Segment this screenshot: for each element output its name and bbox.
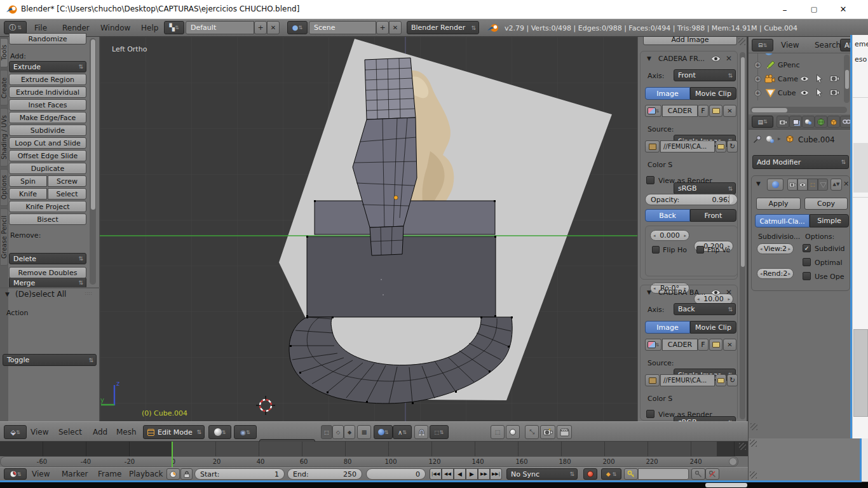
- flip-horizontal-checkbox[interactable]: [652, 246, 660, 254]
- maximize-button[interactable]: ▢: [799, 0, 829, 18]
- sync-mode-select[interactable]: No Sync: [506, 468, 578, 480]
- duplicate-button[interactable]: Duplicate: [9, 163, 86, 174]
- randomize-button[interactable]: Randomize: [9, 33, 86, 44]
- keying-set-select[interactable]: ◆⇅: [601, 468, 621, 480]
- minimize-button[interactable]: –: [770, 0, 799, 18]
- render-engine-select[interactable]: Blender Render: [407, 21, 479, 34]
- outliner-row-cube[interactable]: + Cube: [749, 86, 853, 100]
- tab-shading-uvs[interactable]: Shading / UVs: [0, 108, 8, 166]
- record-button[interactable]: [583, 468, 597, 480]
- spin-button[interactable]: Spin: [9, 175, 47, 187]
- reload-icon[interactable]: ↻: [727, 140, 738, 152]
- tab-movie-clip[interactable]: Movie Clip: [690, 87, 736, 100]
- flip-vertical-checkbox[interactable]: [696, 246, 704, 254]
- layout-delete-button[interactable]: ✕: [267, 21, 280, 34]
- filepath-field[interactable]: //FEMUR\CA...: [660, 140, 715, 152]
- face-select-mode-button[interactable]: ◆: [344, 425, 355, 439]
- close-button[interactable]: ✕: [829, 0, 858, 18]
- image-name-field[interactable]: CADER: [662, 339, 698, 351]
- n-panel-scrollbar[interactable]: [740, 52, 745, 419]
- jump-to-start-button[interactable]: |◀◀: [430, 468, 442, 480]
- manipulator-toggle-button[interactable]: ⤡: [525, 425, 539, 439]
- fake-user-button[interactable]: F: [698, 105, 709, 117]
- scene-delete-button[interactable]: ✕: [389, 21, 402, 34]
- playhead[interactable]: [172, 442, 173, 467]
- view-as-render-checkbox[interactable]: [646, 410, 654, 418]
- play-button[interactable]: ▶: [466, 468, 478, 480]
- view-subdivisions-field[interactable]: View:2: [757, 243, 794, 254]
- region-corner-grip[interactable]: [738, 38, 745, 45]
- knife-select-button[interactable]: Select: [48, 188, 86, 200]
- view-as-render-checkbox[interactable]: [646, 176, 654, 184]
- collapse-icon[interactable]: ▼: [647, 289, 651, 295]
- collapse-icon[interactable]: ▼: [756, 180, 761, 187]
- bisect-button[interactable]: Bisect: [9, 214, 86, 225]
- image-name-field[interactable]: CADER: [662, 105, 698, 117]
- bg-panel-title[interactable]: CADERA FR...: [658, 55, 705, 63]
- mode-select[interactable]: Edit Mode: [143, 425, 205, 439]
- proportional-edit-select[interactable]: ⇅: [374, 425, 393, 439]
- extrude-region-button[interactable]: Extrude Region: [9, 74, 86, 85]
- lock-frame-range-icon[interactable]: [180, 468, 193, 480]
- outliner-vscrollbar[interactable]: [844, 55, 850, 103]
- extrude-individual-button[interactable]: Extrude Individual: [9, 86, 86, 98]
- axis-select[interactable]: Front: [674, 69, 736, 81]
- add-image-button[interactable]: Add Image: [643, 37, 737, 45]
- modifier-move-up-down-icon[interactable]: ▲▼: [831, 179, 842, 191]
- expand-icon[interactable]: +: [754, 90, 761, 97]
- reload-icon[interactable]: ↻: [727, 374, 738, 386]
- offset-edge-slide-button[interactable]: Offset Edge Slide: [9, 150, 86, 161]
- scene-add-button[interactable]: +: [376, 21, 389, 34]
- timeline-ruler[interactable]: -60 -40 -20 0 20 40 60 80 100 120 140 16…: [0, 456, 738, 467]
- packed-file-icon[interactable]: [645, 140, 660, 152]
- modifier-viewport-toggle-icon[interactable]: [797, 179, 808, 191]
- tab-render-icon[interactable]: [776, 116, 789, 128]
- browse-file-icon[interactable]: [715, 140, 726, 152]
- expand-icon[interactable]: +: [754, 62, 761, 69]
- menu-select[interactable]: Select: [58, 428, 82, 437]
- timeline-corner-grip[interactable]: [739, 443, 746, 450]
- menu-help[interactable]: Help: [141, 24, 158, 32]
- play-reverse-button[interactable]: ◀: [454, 468, 466, 480]
- tab-image[interactable]: Image: [645, 87, 690, 100]
- delete-modifier-icon[interactable]: ✕: [843, 180, 849, 188]
- title-bar[interactable]: Blender* [C:\Users\chucho\Desktop\CAPTUR…: [0, 0, 868, 19]
- snap-peel-button[interactable]: [506, 425, 520, 439]
- editor-type-timeline-icon[interactable]: ⇅: [4, 468, 27, 480]
- browse-file-icon[interactable]: [715, 374, 726, 386]
- outliner-item-label[interactable]: Came: [778, 75, 798, 83]
- insert-keyframe-icon[interactable]: [691, 468, 705, 480]
- menu-add[interactable]: Add: [93, 428, 107, 437]
- close-panel-icon[interactable]: ✕: [726, 54, 732, 63]
- viewport-3d[interactable]: Left Ortho (0) Cube.004 z y: [100, 37, 637, 421]
- menu-outliner-view[interactable]: View: [781, 41, 799, 50]
- deselect-all-panel-title[interactable]: (De)select All: [15, 290, 66, 299]
- apply-button[interactable]: Apply: [756, 198, 801, 210]
- snap-self-button[interactable]: ⬚: [491, 425, 505, 439]
- renderability-camera-icon[interactable]: [830, 74, 839, 82]
- modifier-editmode-toggle-icon[interactable]: ⬚: [808, 179, 818, 191]
- use-preview-range-icon[interactable]: [166, 468, 180, 480]
- extrude-dropdown[interactable]: Extrude: [9, 61, 86, 72]
- knife-button[interactable]: Knife: [9, 188, 47, 200]
- side-front-button[interactable]: Front: [690, 209, 736, 222]
- side-back-button[interactable]: Back: [645, 209, 690, 222]
- filepath-field[interactable]: //FEMUR\CA...: [660, 374, 715, 386]
- menu-render[interactable]: Render: [62, 24, 90, 32]
- packed-file-icon[interactable]: [645, 374, 660, 386]
- visibility-eye-icon[interactable]: [799, 90, 810, 96]
- image-datablock-icon[interactable]: ⇅: [645, 105, 661, 117]
- menu-tl-marker[interactable]: Marker: [62, 470, 88, 478]
- tab-movie-clip[interactable]: Movie Clip: [690, 321, 736, 334]
- viewport-canvas[interactable]: [100, 37, 637, 421]
- visibility-eye-icon[interactable]: [799, 76, 810, 82]
- eye-icon[interactable]: [710, 289, 721, 296]
- opacity-slider[interactable]: Opacity:0.962: [645, 194, 738, 205]
- outliner-row-gpencil[interactable]: + GPenc: [749, 58, 853, 72]
- unlink-image-icon[interactable]: ✕: [723, 339, 736, 351]
- selectability-cursor-icon[interactable]: [816, 74, 823, 83]
- menu-tl-frame[interactable]: Frame: [98, 470, 121, 478]
- opengl-render-anim-icon[interactable]: [557, 425, 572, 439]
- close-panel-icon[interactable]: ✕: [726, 288, 732, 297]
- current-frame-field[interactable]: 0: [366, 468, 426, 480]
